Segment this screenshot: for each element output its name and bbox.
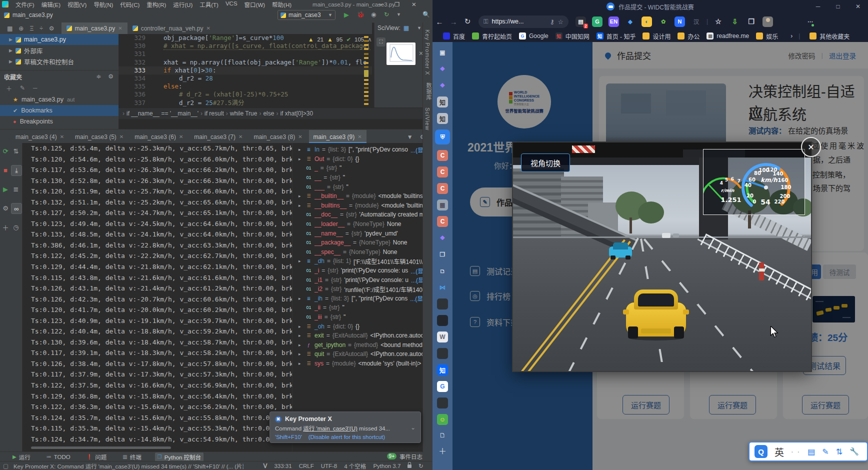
bookmark-item[interactable]: 娱乐 xyxy=(752,32,782,40)
overlay-close-button[interactable]: ✕ xyxy=(801,137,821,157)
indent-setting[interactable]: 4 个空格 xyxy=(344,462,366,470)
run-config-selector[interactable]: main_case3 ▼ xyxy=(278,10,336,20)
breadcrumb-item[interactable]: else xyxy=(263,110,274,117)
vertical-tab-icon[interactable]: 知 xyxy=(437,96,448,108)
bookmark-item[interactable]: 知 首页 - 知乎 xyxy=(593,32,640,40)
vertical-tab-icon[interactable]: ⋈ xyxy=(437,282,448,293)
bookmark-item[interactable]: 青柠起始页 xyxy=(468,32,516,40)
new-tab-page-icon[interactable]: 🗋 xyxy=(440,432,446,439)
variable-row[interactable]: 01 __spec__ = {NoneType} None xyxy=(292,248,433,257)
console-tab[interactable]: main_case3 (7)✕ xyxy=(190,130,247,144)
variable-row[interactable]: 01 _iii = {str} " xyxy=(292,312,433,322)
extension-icon[interactable]: N xyxy=(674,16,685,27)
right-tool-tab[interactable]: SciView xyxy=(424,108,430,130)
right-tool-tab[interactable]: 数据库 xyxy=(424,82,432,100)
expand-arrow-icon[interactable]: ▸ xyxy=(298,342,303,348)
expand-arrow-icon[interactable]: ▸ xyxy=(298,333,303,338)
variable-row[interactable]: 01 __package__ = {NoneType} None xyxy=(292,238,433,248)
line-number[interactable]: 330 xyxy=(118,42,154,50)
extension-icon[interactable]: EN xyxy=(608,16,619,27)
expand-arrow-icon[interactable]: ▸ xyxy=(298,258,303,264)
line-number[interactable]: 335 xyxy=(118,82,154,90)
disable-alert-link[interactable]: (Disable alert for this shortcut) xyxy=(308,434,385,440)
extension-icon[interactable]: ◆ xyxy=(625,16,636,27)
line-number[interactable]: 329 xyxy=(118,34,154,42)
vertical-tab-icon[interactable] xyxy=(437,298,448,310)
add-icon[interactable]: ＋ xyxy=(6,84,12,92)
close-tab-icon[interactable]: ✕ xyxy=(179,134,183,140)
vertical-tab-icon[interactable]: C xyxy=(437,183,448,194)
scroll-to-end-icon[interactable]: ⤓ xyxy=(11,165,22,176)
variable-row[interactable]: ▸ ☰ __builtins__ = {module} <module 'bui… xyxy=(292,201,433,210)
remove-icon[interactable]: ─ xyxy=(33,84,38,92)
menu-item[interactable]: 运行(U) xyxy=(173,0,192,8)
chevron-down-icon[interactable]: ▼ xyxy=(407,134,413,140)
expand-arrow-icon[interactable]: ▶ xyxy=(9,37,12,42)
vertical-tab-icon[interactable]: ▩ xyxy=(437,200,448,210)
collapse-icon[interactable]: Ξ xyxy=(30,25,34,32)
breadcrumb-item[interactable]: if __name__ == '__main__' xyxy=(126,110,198,117)
menu-item[interactable]: 视图(V) xyxy=(68,0,86,8)
ime-language-toggle[interactable]: 英 xyxy=(774,445,784,458)
expand-arrow-icon[interactable]: ▶ xyxy=(9,48,12,53)
edit-icon[interactable]: ✎ xyxy=(20,84,25,92)
browser-action-icon[interactable]: ⇩ xyxy=(730,16,740,27)
variable-row[interactable]: 01 __name__ = {str} 'pydev_umd' xyxy=(292,228,433,238)
back-icon[interactable]: ← xyxy=(432,18,446,26)
expand-arrow-icon[interactable]: ▸ xyxy=(298,361,303,366)
menu-item[interactable]: 代码(C) xyxy=(120,0,140,8)
bookmark-item[interactable]: 知 中国知网 xyxy=(552,32,593,40)
encoding[interactable]: UTF-8 xyxy=(321,463,338,469)
variable-row[interactable]: ▸ ☰ __builtin__ = {module} <module 'buil… xyxy=(292,192,433,201)
variable-row[interactable]: 01 __loader__ = {NoneType} None xyxy=(292,220,433,229)
vertical-tab-icon[interactable]: ☺ xyxy=(437,414,448,425)
add-icon[interactable]: ＋ xyxy=(0,222,10,232)
lock-icon[interactable] xyxy=(408,464,412,468)
expand-arrow-icon[interactable]: ▸ xyxy=(298,147,303,152)
vertical-tab-icon[interactable]: C xyxy=(437,216,448,227)
bookmark-item[interactable]: 百度 xyxy=(440,32,468,40)
browser-action-icon[interactable]: ❒ xyxy=(746,16,756,27)
line-number[interactable]: 334 xyxy=(118,74,154,82)
forward-icon[interactable]: → xyxy=(446,18,460,26)
console-tab[interactable]: main_case3 (8)✕ xyxy=(249,130,306,144)
vertical-tab-icon[interactable]: ❖ xyxy=(437,64,448,74)
sort-icon[interactable]: ≑ xyxy=(96,73,101,80)
close-tab-icon[interactable]: ✕ xyxy=(120,134,124,140)
breadcrumb-item[interactable]: while True xyxy=(230,110,258,117)
extension-icon[interactable]: ✿ xyxy=(658,16,668,27)
extension-icon[interactable]: 汉 xyxy=(691,16,702,27)
close-tab-icon[interactable]: ✕ xyxy=(60,134,64,140)
close-tab-icon[interactable]: ✕ xyxy=(238,134,242,140)
extension-icon[interactable]: ◐ xyxy=(642,16,652,27)
expand-arrow-icon[interactable]: ▸ xyxy=(298,156,303,162)
bookmark-item[interactable]: 设计用 xyxy=(639,32,674,40)
console-tab[interactable]: main_case3 (9)✕ xyxy=(309,130,366,144)
expand-arrow-icon[interactable]: ▸ xyxy=(298,194,303,198)
favorites-item[interactable]: ● Breakpoints xyxy=(0,116,118,127)
view-switch-button[interactable]: 视角切换 xyxy=(521,154,570,172)
browser-action-icon[interactable]: ☆ xyxy=(713,16,724,27)
grid-mode-icon[interactable]: ⛶ xyxy=(376,38,386,46)
line-number[interactable]: 332 xyxy=(118,58,154,66)
line-number[interactable]: 336 xyxy=(118,90,154,98)
variable-row[interactable]: ▸ ☰ quit = {ExitAutocall} <IPython.core.… xyxy=(292,350,433,359)
chevron-down-icon[interactable]: ▼ xyxy=(417,26,422,30)
caret-position[interactable]: 333:31 xyxy=(274,463,292,469)
chevron-down-icon[interactable]: ⌄ xyxy=(410,424,416,431)
vertical-tab-icon[interactable]: ⛨ xyxy=(435,130,450,144)
vcs-icon[interactable]: Ⅴ xyxy=(264,462,268,470)
console-tab[interactable]: main_case3 (4)✕ xyxy=(11,130,68,144)
tool-window-button[interactable]: ▥ 终端 xyxy=(120,452,144,462)
tool-window-button[interactable]: ≔ TODO xyxy=(44,452,73,462)
run-button[interactable]: ▶ xyxy=(344,11,349,18)
close-icon[interactable]: ✕ xyxy=(848,0,868,13)
vertical-tab-icon[interactable]: ▣ xyxy=(437,47,448,58)
variable-row[interactable]: ▸ ≣ In = {list: 3} [", "print('PyDev con… xyxy=(292,145,433,154)
editor-tab[interactable]: main_case3.py ✕ xyxy=(62,22,128,34)
refresh-icon[interactable]: ↻ xyxy=(460,17,474,26)
chevron-right-icon[interactable]: › xyxy=(790,32,792,40)
vertical-tab-icon[interactable]: ❒ xyxy=(437,249,448,260)
restart-icon[interactable]: ↻ xyxy=(418,462,424,470)
vertical-tab-icon[interactable]: ❖ xyxy=(437,80,448,91)
